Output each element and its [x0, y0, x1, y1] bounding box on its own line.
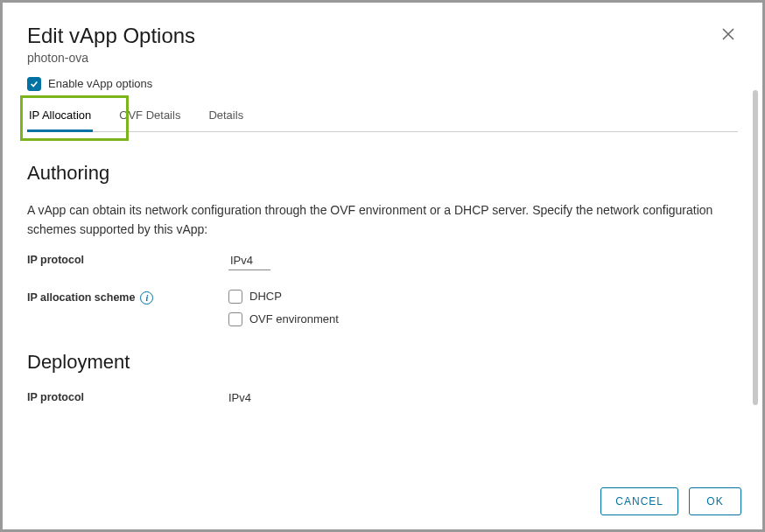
deployment-ip-protocol-row: IP protocol IPv4: [27, 389, 738, 405]
ip-scheme-label: IP allocation scheme i: [27, 290, 228, 304]
modal-footer: CANCEL OK: [3, 472, 762, 529]
tabs: IP Allocation OVF Details Details: [27, 102, 738, 132]
tab-ovf-details[interactable]: OVF Details: [117, 102, 182, 132]
deployment-heading: Deployment: [27, 351, 738, 374]
modal-subtitle: photon-ova: [27, 51, 195, 65]
dhcp-checkbox[interactable]: [228, 290, 242, 304]
ovf-env-checkbox[interactable]: [228, 312, 242, 326]
deployment-ip-protocol-label: IP protocol: [27, 389, 228, 403]
title-block: Edit vApp Options photon-ova: [27, 24, 195, 65]
ok-button[interactable]: OK: [689, 487, 741, 515]
dhcp-label: DHCP: [249, 290, 282, 303]
deployment-ip-protocol-value: IPv4: [228, 389, 251, 404]
authoring-ip-protocol-select[interactable]: IPv4: [228, 252, 270, 270]
enable-vapp-label: Enable vApp options: [48, 77, 152, 90]
authoring-ip-protocol-label: IP protocol: [27, 252, 228, 266]
info-icon[interactable]: i: [140, 291, 153, 304]
modal-content: Enable vApp options IP Allocation OVF De…: [3, 77, 762, 472]
ip-scheme-label-text: IP allocation scheme: [27, 291, 135, 304]
cancel-button[interactable]: CANCEL: [600, 487, 678, 515]
authoring-heading: Authoring: [27, 162, 738, 185]
modal-header: Edit vApp Options photon-ova: [3, 3, 762, 77]
tabs-container: IP Allocation OVF Details Details: [27, 102, 738, 132]
authoring-ip-protocol-row: IP protocol IPv4: [27, 252, 738, 270]
tab-details[interactable]: Details: [207, 102, 245, 132]
modal-title: Edit vApp Options: [27, 24, 195, 49]
close-icon[interactable]: [719, 24, 738, 46]
authoring-description: A vApp can obtain its network configurat…: [27, 200, 738, 240]
edit-vapp-modal: Edit vApp Options photon-ova Enable vApp…: [3, 3, 762, 529]
scrollbar[interactable]: [753, 90, 758, 405]
enable-vapp-checkbox[interactable]: [27, 77, 41, 91]
ovf-env-label: OVF environment: [249, 312, 339, 326]
ip-scheme-row: IP allocation scheme i DHCP OVF environm…: [27, 290, 738, 326]
enable-vapp-row: Enable vApp options: [27, 77, 738, 91]
tab-ip-allocation[interactable]: IP Allocation: [27, 102, 93, 132]
